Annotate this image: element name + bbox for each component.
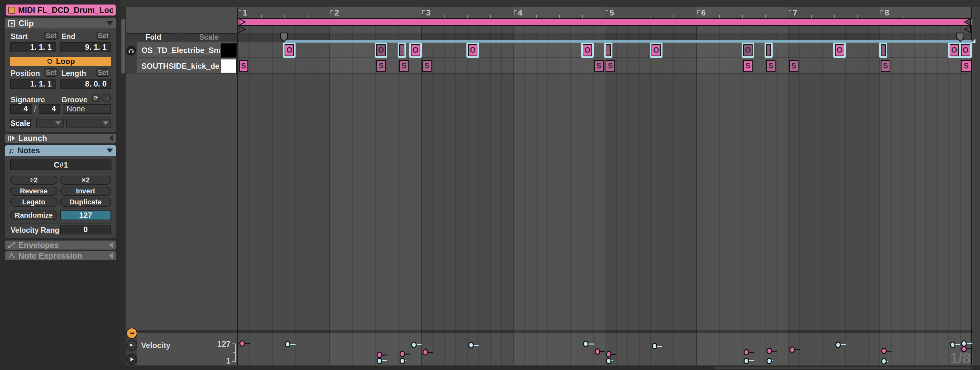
bar-number[interactable]: 6 xyxy=(701,8,705,18)
midi-note[interactable]: O xyxy=(950,44,959,56)
headphone-preview-icon[interactable] xyxy=(126,46,136,56)
eighth-line xyxy=(868,26,869,365)
midi-note[interactable] xyxy=(399,44,404,56)
bar-tick xyxy=(331,10,333,14)
velocity-lane-label[interactable]: Velocity xyxy=(141,341,170,350)
velocity-marker[interactable] xyxy=(950,341,955,348)
bar-number[interactable]: 7 xyxy=(793,8,797,18)
velocity-marker[interactable] xyxy=(767,348,772,354)
beat-tick xyxy=(811,15,812,18)
velocity-marker[interactable] xyxy=(789,346,795,353)
velocity-marker[interactable] xyxy=(767,358,772,364)
eighth-line xyxy=(582,26,582,365)
midi-note[interactable]: O xyxy=(468,44,477,56)
track-name-cell[interactable]: OS_TD_Electribe_Snare xyxy=(137,43,220,57)
midi-note[interactable]: S xyxy=(239,60,248,72)
eighth-line xyxy=(375,26,376,365)
loop-region-bar[interactable] xyxy=(238,18,972,26)
midi-note[interactable]: S xyxy=(376,60,386,72)
velocity-marker[interactable] xyxy=(595,348,600,355)
midi-note[interactable]: S xyxy=(743,60,752,72)
eighth-line xyxy=(673,26,674,365)
bar-number[interactable]: 1 xyxy=(243,8,247,18)
bar-tick xyxy=(514,10,517,14)
beat-tick xyxy=(284,15,285,18)
velocity-marker[interactable] xyxy=(881,358,887,365)
beat-tick xyxy=(765,15,766,18)
beat-tick xyxy=(857,15,858,18)
midi-note[interactable]: S xyxy=(961,60,972,72)
loop-end-marker[interactable] xyxy=(963,18,972,26)
midi-note[interactable] xyxy=(881,44,886,56)
bar-number[interactable]: 4 xyxy=(518,8,522,18)
midi-note[interactable]: S xyxy=(399,60,409,72)
beat-tick xyxy=(261,15,262,18)
eighth-line xyxy=(593,26,594,365)
track-name-cell[interactable]: SOUTHSIDE_kick_deep_di xyxy=(137,59,220,73)
bar-number[interactable]: 5 xyxy=(609,8,614,18)
midi-note[interactable]: S xyxy=(422,60,431,72)
velocity-marker[interactable] xyxy=(743,349,749,356)
piano-key-cell-black[interactable] xyxy=(221,43,237,57)
velocity-marker[interactable] xyxy=(399,358,405,364)
midi-note[interactable]: O xyxy=(743,44,752,56)
midi-note[interactable]: O xyxy=(411,44,420,56)
right-scrollbar-track[interactable] xyxy=(973,7,980,365)
midi-note[interactable]: O xyxy=(961,44,970,56)
horizontal-scrollbar[interactable] xyxy=(714,367,972,369)
midi-note[interactable]: S xyxy=(881,60,890,72)
eighth-line xyxy=(478,26,479,365)
velocity-marker[interactable] xyxy=(881,348,887,354)
eighth-line xyxy=(857,26,857,365)
clip-end-flag[interactable] xyxy=(955,32,965,43)
loop-start-marker[interactable] xyxy=(238,18,247,26)
eighth-line xyxy=(937,26,938,365)
bar-number[interactable]: 8 xyxy=(885,8,889,18)
bar-number[interactable]: 2 xyxy=(334,8,339,18)
clip-start-flag[interactable] xyxy=(279,32,289,43)
midi-note[interactable]: S xyxy=(789,60,799,72)
eighth-line xyxy=(708,26,708,365)
eighth-line xyxy=(410,26,410,365)
clip-start-line xyxy=(237,7,239,365)
lane-fold-icon[interactable] xyxy=(126,328,137,339)
midi-note[interactable]: S xyxy=(594,60,604,72)
midi-note[interactable] xyxy=(606,44,611,56)
lane-play-icon[interactable] xyxy=(126,354,137,365)
velocity-marker[interactable] xyxy=(606,358,611,364)
midi-note[interactable]: S xyxy=(766,60,776,72)
midi-note[interactable]: S xyxy=(606,60,615,72)
midi-note[interactable]: O xyxy=(376,44,386,56)
eighth-line xyxy=(902,26,903,365)
beat-tick xyxy=(468,15,468,18)
beat-tick xyxy=(307,15,307,18)
velocity-marker[interactable] xyxy=(411,341,417,348)
velocity-marker[interactable] xyxy=(239,340,245,347)
velocity-scale-tick-mid xyxy=(233,352,235,353)
beat-tick xyxy=(651,15,651,18)
velocity-marker[interactable] xyxy=(652,343,657,349)
beat-tick xyxy=(375,15,376,18)
lane-options-icon[interactable] xyxy=(126,340,137,351)
eighth-line xyxy=(811,26,811,365)
grid-size-indicator[interactable]: 1/8 xyxy=(916,349,970,367)
selection-time-line[interactable] xyxy=(284,40,972,43)
piano-key-cell-white[interactable] xyxy=(221,59,237,73)
midi-note[interactable]: O xyxy=(285,44,294,56)
velocity-marker[interactable] xyxy=(377,358,382,364)
midi-note[interactable]: O xyxy=(583,44,592,56)
beat-tick xyxy=(949,15,949,18)
velocity-marker[interactable] xyxy=(835,341,841,348)
eighth-line xyxy=(559,26,560,365)
midi-note[interactable] xyxy=(766,44,772,56)
scrub-start-marker[interactable] xyxy=(238,25,247,33)
midi-note[interactable]: O xyxy=(652,44,661,56)
eighth-line xyxy=(467,26,468,365)
scale-button[interactable]: Scale xyxy=(181,33,237,41)
midi-note[interactable]: O xyxy=(835,44,844,56)
bar-number[interactable]: 3 xyxy=(426,8,431,18)
beat-tick xyxy=(490,15,491,18)
eighth-line xyxy=(650,26,651,365)
fold-button[interactable]: Fold xyxy=(127,33,180,41)
velocity-marker[interactable] xyxy=(743,358,749,364)
